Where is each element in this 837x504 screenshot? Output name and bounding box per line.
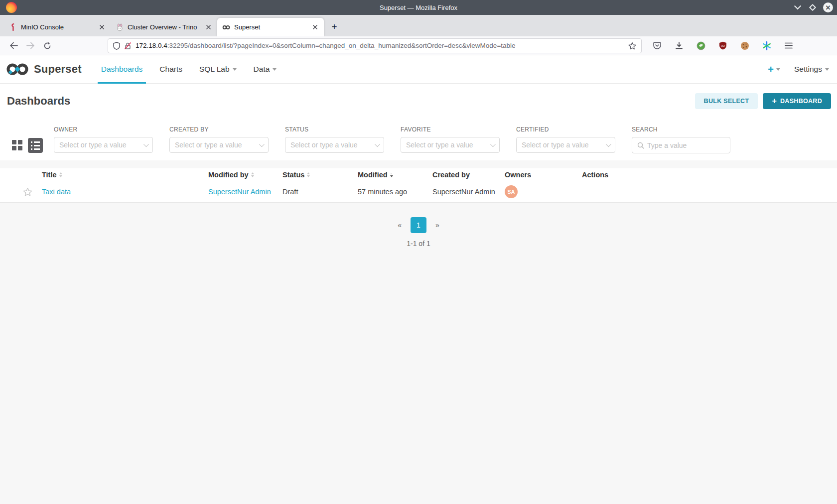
browser-tab-minio[interactable]: MinIO Console [4, 18, 111, 36]
nav-item-sql-lab[interactable]: SQL Lab [191, 55, 245, 83]
window-maximize-icon[interactable] [808, 3, 817, 12]
select-placeholder: Select or type a value [59, 141, 143, 149]
url-bar[interactable]: 172.18.0.4:32295/dashboard/list/?pageInd… [108, 38, 642, 53]
tab-label: MinIO Console [21, 23, 93, 31]
created-by-select[interactable]: Select or type a value [169, 137, 269, 153]
chevron-down-icon [143, 141, 149, 147]
bookmark-star-icon[interactable] [628, 42, 636, 50]
chevron-down-icon [233, 68, 237, 71]
owner-avatar[interactable]: SA [505, 185, 518, 198]
column-label: Actions [582, 171, 608, 179]
chevron-down-icon [606, 141, 611, 147]
pocket-icon[interactable] [650, 38, 665, 53]
browser-tab-superset[interactable]: Superset [217, 18, 324, 36]
favorite-star-icon[interactable] [23, 187, 32, 197]
window-minimize-icon[interactable] [793, 3, 802, 12]
back-icon[interactable] [6, 38, 21, 53]
pagination-next-icon[interactable]: » [430, 218, 444, 232]
new-dashboard-button[interactable]: + DASHBOARD [763, 93, 831, 109]
column-header-modified-by[interactable]: Modified by [208, 171, 282, 179]
forward-icon[interactable] [23, 38, 38, 53]
owner-select[interactable]: Select or type a value [54, 137, 153, 153]
bulk-select-button[interactable]: BULK SELECT [695, 93, 758, 109]
column-header-title[interactable]: Title [42, 171, 208, 179]
status-value: Draft [282, 188, 298, 196]
nav-item-charts[interactable]: Charts [151, 55, 191, 83]
nav-item-data[interactable]: Data [245, 55, 285, 83]
table-row: Taxi data SupersetNur Admin Draft 57 min… [0, 181, 837, 203]
page-title: Dashboards [7, 95, 70, 108]
extension-asterisk-icon[interactable] [759, 38, 774, 53]
svg-text:uO: uO [721, 44, 725, 47]
search-input[interactable] [647, 141, 737, 149]
select-placeholder: Select or type a value [406, 141, 490, 149]
pagination: « 1 » [393, 217, 444, 233]
filter-favorite: FAVORITE Select or type a value [401, 126, 500, 153]
created-by-value: SupersetNur Admin [432, 188, 495, 196]
column-header-modified[interactable]: Modified [358, 171, 432, 179]
chevron-down-icon [259, 141, 265, 147]
settings-label: Settings [794, 65, 822, 74]
certified-select[interactable]: Select or type a value [516, 137, 615, 153]
card-view-toggle-icon[interactable] [12, 140, 23, 151]
reload-icon[interactable] [40, 38, 55, 53]
browser-tab-strip: MinIO Console Cluster Overview - Trino [0, 15, 837, 36]
toolbar-extensions: uO [649, 38, 797, 53]
list-view-toggle-icon[interactable] [28, 138, 43, 153]
superset-navbar: Superset Dashboards Charts SQL Lab Data … [0, 55, 837, 84]
section-divider [0, 160, 837, 168]
browser-tab-trino[interactable]: Cluster Overview - Trino [111, 18, 217, 36]
filter-search: SEARCH [632, 126, 730, 153]
window-titlebar: Superset — Mozilla Firefox ✕ [0, 0, 837, 15]
pagination-prev-icon[interactable]: « [393, 218, 407, 232]
filter-label: CREATED BY [169, 126, 269, 133]
browser-toolbar: 172.18.0.4:32295/dashboard/list/?pageInd… [0, 36, 837, 55]
extension-green-icon[interactable] [694, 38, 708, 53]
chevron-down-icon [375, 141, 380, 147]
tracking-shield-icon[interactable] [113, 42, 120, 50]
pagination-page-1[interactable]: 1 [411, 217, 426, 233]
menu-hamburger-icon[interactable] [781, 38, 796, 53]
insecure-lock-icon[interactable] [124, 42, 132, 50]
tab-close-icon[interactable] [203, 22, 213, 32]
filter-owner: OWNER Select or type a value [54, 126, 153, 153]
trino-icon [116, 23, 124, 31]
ublock-shield-icon[interactable]: uO [715, 38, 730, 53]
column-header-owners: Owners [505, 171, 582, 179]
pagination-summary: 1-1 of 1 [407, 240, 430, 248]
filters-bar: OWNER Select or type a value CREATED BY … [0, 115, 837, 160]
tab-close-icon[interactable] [310, 22, 320, 32]
tab-label: Cluster Overview - Trino [128, 23, 199, 31]
downloads-icon[interactable] [672, 38, 687, 53]
nav-label: Charts [159, 65, 182, 74]
window-title: Superset — Mozilla Firefox [0, 4, 837, 11]
column-label: Owners [505, 171, 531, 179]
favorite-select[interactable]: Select or type a value [401, 137, 500, 153]
sort-icon [307, 172, 310, 177]
nav-item-dashboards[interactable]: Dashboards [93, 55, 151, 83]
main-nav: Dashboards Charts SQL Lab Data [93, 55, 285, 83]
tab-close-icon[interactable] [97, 22, 107, 32]
search-icon [637, 142, 644, 149]
superset-brand[interactable]: Superset [6, 55, 82, 83]
column-label: Status [282, 171, 304, 179]
column-header-created-by[interactable]: Created by [432, 171, 505, 179]
url-host: 172.18.0.4 [136, 42, 167, 49]
cookie-icon[interactable] [737, 38, 752, 53]
window-close-icon[interactable]: ✕ [823, 2, 833, 12]
new-dashboard-label: DASHBOARD [780, 98, 822, 105]
new-tab-button[interactable]: + [327, 19, 342, 34]
url-path: :32295/dashboard/list/?pageIndex=0&sortC… [167, 42, 516, 49]
chevron-down-icon [825, 68, 829, 71]
settings-menu[interactable]: Settings [794, 65, 829, 74]
plus-icon: + [772, 97, 777, 105]
column-header-status[interactable]: Status [282, 171, 358, 179]
modified-by-link[interactable]: SupersetNur Admin [208, 188, 271, 196]
chevron-down-icon [490, 141, 496, 147]
status-select[interactable]: Select or type a value [285, 137, 384, 153]
new-item-menu[interactable]: + [768, 64, 780, 74]
dashboard-title-link[interactable]: Taxi data [42, 188, 71, 196]
page-header: Dashboards BULK SELECT + DASHBOARD [0, 84, 837, 115]
nav-label: Dashboards [101, 65, 143, 74]
select-placeholder: Select or type a value [290, 141, 375, 149]
